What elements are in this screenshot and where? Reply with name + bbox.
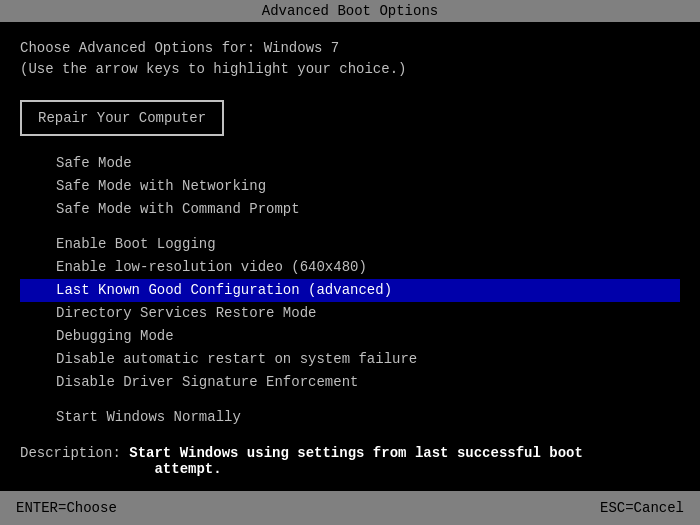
main-content: Choose Advanced Options for: Windows 7 (… xyxy=(0,22,700,445)
menu-spacer xyxy=(20,394,680,406)
menu-item-last-known-good[interactable]: Last Known Good Configuration (advanced) xyxy=(20,279,680,302)
menu-item-safe-mode-command[interactable]: Safe Mode with Command Prompt xyxy=(20,198,680,221)
description-label: Description: xyxy=(20,445,121,461)
menu-spacer xyxy=(20,221,680,233)
menu-item-debugging-mode[interactable]: Debugging Mode xyxy=(20,325,680,348)
instruction-line2: (Use the arrow keys to highlight your ch… xyxy=(20,59,680,80)
menu-item-directory-services[interactable]: Directory Services Restore Mode xyxy=(20,302,680,325)
instruction-text: Choose Advanced Options for: Windows 7 (… xyxy=(20,38,680,80)
menu-list: Safe ModeSafe Mode with NetworkingSafe M… xyxy=(20,152,680,429)
menu-item-enable-boot-logging[interactable]: Enable Boot Logging xyxy=(20,233,680,256)
menu-item-safe-mode[interactable]: Safe Mode xyxy=(20,152,680,175)
title-bar: Advanced Boot Options xyxy=(0,0,700,22)
repair-option-label: Repair Your Computer xyxy=(38,110,206,126)
menu-item-start-windows-normally[interactable]: Start Windows Normally xyxy=(20,406,680,429)
description-area: Description: Start Windows using setting… xyxy=(0,435,700,487)
enter-label: ENTER=Choose xyxy=(16,500,117,516)
esc-label: ESC=Cancel xyxy=(600,500,684,516)
menu-item-disable-driver-sig[interactable]: Disable Driver Signature Enforcement xyxy=(20,371,680,394)
status-bar: ENTER=Choose ESC=Cancel xyxy=(0,491,700,525)
menu-item-disable-restart[interactable]: Disable automatic restart on system fail… xyxy=(20,348,680,371)
menu-item-enable-low-res[interactable]: Enable low-resolution video (640x480) xyxy=(20,256,680,279)
instruction-line1: Choose Advanced Options for: Windows 7 xyxy=(20,38,680,59)
repair-option[interactable]: Repair Your Computer xyxy=(20,100,224,136)
title-text: Advanced Boot Options xyxy=(262,3,438,19)
menu-item-safe-mode-networking[interactable]: Safe Mode with Networking xyxy=(20,175,680,198)
